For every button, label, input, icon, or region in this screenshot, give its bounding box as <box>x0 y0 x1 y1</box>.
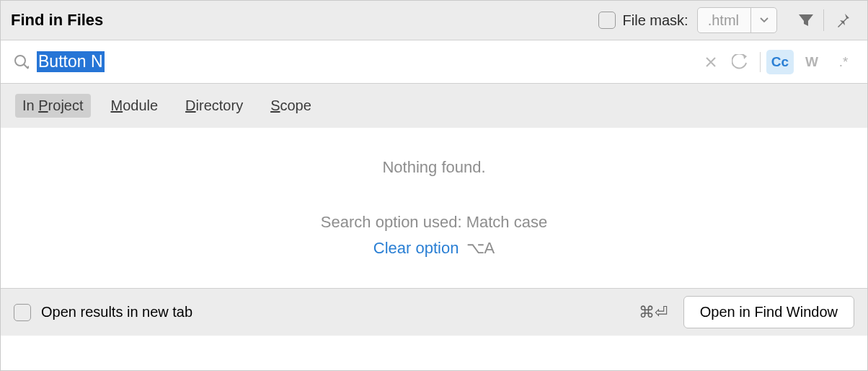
search-query-text: Button N <box>37 51 105 72</box>
filter-icon[interactable] <box>792 6 820 35</box>
search-input[interactable]: Button N <box>32 51 696 72</box>
new-tab-checkbox[interactable] <box>14 304 31 321</box>
results-area: Nothing found. Search option used: Match… <box>1 128 867 288</box>
tab-in-project[interactable]: In Project <box>15 94 91 118</box>
file-mask-value: .html <box>698 12 750 29</box>
svg-line-1 <box>24 64 28 69</box>
tab-module[interactable]: Module <box>104 94 166 118</box>
separator <box>760 52 761 72</box>
tab-scope[interactable]: Scope <box>263 94 319 118</box>
open-in-find-window-button[interactable]: Open in Find Window <box>683 296 854 328</box>
open-shortcut: ⌘⏎ <box>639 303 668 322</box>
search-options: Cc W .* <box>766 50 857 74</box>
file-mask-label: File mask: <box>623 12 688 29</box>
clear-option-row: Clear option ⌥A <box>373 239 495 258</box>
file-mask-select[interactable]: .html <box>697 7 777 33</box>
dialog-title: Find in Files <box>11 11 598 30</box>
words-toggle[interactable]: W <box>798 50 825 74</box>
chevron-down-icon[interactable] <box>750 8 776 32</box>
dialog-footer: Open results in new tab ⌘⏎ Open in Find … <box>1 288 867 336</box>
clear-option-shortcut: ⌥A <box>466 239 495 257</box>
search-row: Button N Cc W .* <box>1 40 867 84</box>
option-used-message: Search option used: Match case <box>321 213 547 232</box>
scope-tabs: In Project Module Directory Scope <box>1 84 867 128</box>
search-icon[interactable] <box>11 48 32 77</box>
clear-icon[interactable] <box>696 48 725 77</box>
history-icon[interactable] <box>725 48 754 77</box>
svg-point-0 <box>15 56 25 66</box>
tab-directory[interactable]: Directory <box>178 94 250 118</box>
regex-toggle[interactable]: .* <box>830 50 857 74</box>
match-case-toggle[interactable]: Cc <box>766 50 794 74</box>
file-mask-checkbox[interactable] <box>598 12 616 29</box>
separator <box>823 9 824 31</box>
clear-option-link[interactable]: Clear option <box>373 239 459 257</box>
dialog-header: Find in Files File mask: .html <box>1 1 867 40</box>
pin-icon[interactable] <box>828 6 857 35</box>
new-tab-label: Open results in new tab <box>41 304 639 320</box>
empty-message: Nothing found. <box>382 158 485 177</box>
